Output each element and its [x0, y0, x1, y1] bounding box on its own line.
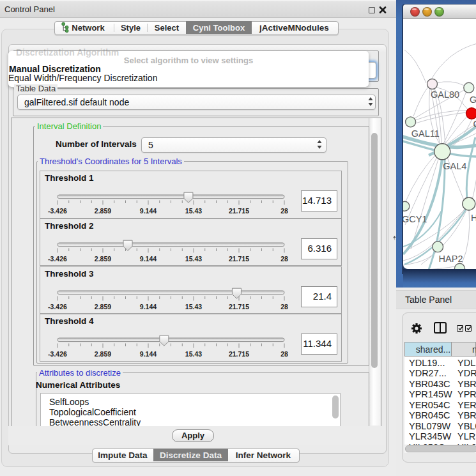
svg-text:GAL11: GAL11: [411, 128, 440, 139]
svg-text:21.715: 21.715: [229, 254, 249, 262]
svg-text:9.144: 9.144: [140, 350, 157, 358]
svg-text:9.144: 9.144: [140, 302, 157, 310]
svg-text:2.859: 2.859: [95, 207, 111, 215]
svg-text:GAL4: GAL4: [443, 161, 466, 171]
svg-text:C: C: [473, 119, 476, 129]
svg-text:GCY1: GCY1: [403, 214, 427, 224]
svg-text:-3.426: -3.426: [48, 302, 67, 310]
svg-text:15.43: 15.43: [185, 350, 202, 358]
svg-text:28: 28: [280, 254, 288, 262]
svg-text:H: H: [471, 213, 476, 223]
svg-text:28: 28: [280, 350, 288, 358]
svg-text:21.715: 21.715: [229, 302, 249, 310]
svg-text:2.859: 2.859: [95, 302, 111, 310]
svg-text:-3.426: -3.426: [48, 350, 67, 358]
svg-text:GAL80: GAL80: [431, 89, 459, 100]
svg-text:15.43: 15.43: [185, 207, 202, 215]
svg-text:15.43: 15.43: [185, 254, 202, 262]
svg-text:-3.426: -3.426: [48, 254, 67, 262]
svg-text:21.715: 21.715: [229, 350, 249, 358]
svg-text:HAP2: HAP2: [439, 254, 463, 264]
svg-text:2.859: 2.859: [95, 350, 111, 358]
svg-text:-3.426: -3.426: [48, 207, 67, 215]
svg-text:15.43: 15.43: [185, 302, 202, 310]
svg-text:GAL: GAL: [470, 95, 476, 105]
svg-text:2.859: 2.859: [95, 254, 111, 262]
svg-text:9.144: 9.144: [140, 207, 157, 215]
svg-text:28: 28: [280, 302, 288, 310]
svg-text:21.715: 21.715: [229, 207, 249, 215]
svg-text:9.144: 9.144: [140, 254, 157, 262]
svg-text:28: 28: [280, 207, 288, 215]
